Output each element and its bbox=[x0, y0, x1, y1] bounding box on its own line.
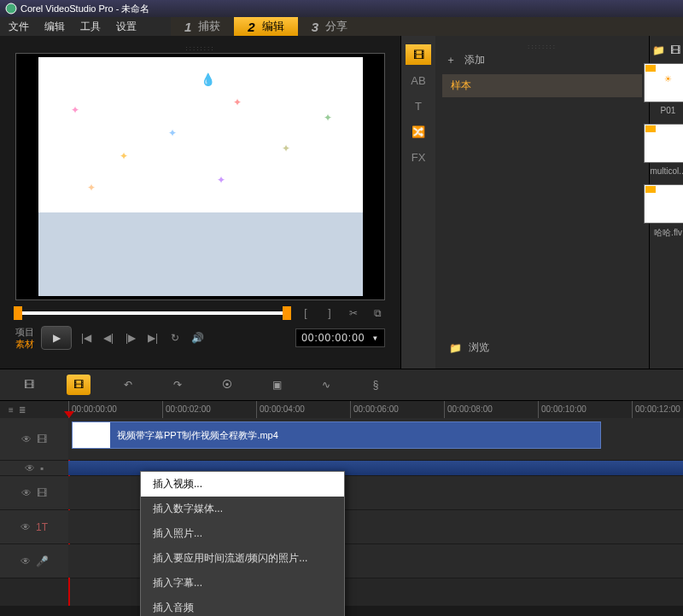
video-track[interactable]: 👁🎞 视频带字幕PPT制作视频全程教学.mp4 bbox=[0, 418, 683, 461]
folder-icon: 📁 bbox=[449, 342, 462, 354]
timeline-toolbar: 🎞 🎞 ↶ ↷ ⦿ ▣ ∿ § bbox=[0, 369, 683, 401]
thumb-multicol[interactable]: multicol... bbox=[644, 124, 684, 176]
context-item[interactable]: 插入音频 bbox=[141, 596, 344, 616]
timeline-view-button[interactable]: 🎞 bbox=[67, 375, 90, 395]
context-item[interactable]: 插入数字媒体... bbox=[141, 497, 344, 521]
film-icon: 🎞 bbox=[37, 433, 47, 445]
context-menu: 插入视频...插入数字媒体...插入照片...插入要应用时间流逝/频闪的照片..… bbox=[140, 471, 345, 616]
home-button[interactable]: |◀ bbox=[79, 330, 94, 346]
film-icon[interactable]: 🎞 bbox=[670, 44, 680, 56]
title-bar: Corel VideoStudio Pro - 未命名 bbox=[0, 0, 683, 17]
thumbnail-list: ☀P01 multicol... FLV哈哈.flv bbox=[644, 63, 684, 239]
expand-icon[interactable]: ⧉ bbox=[370, 305, 385, 321]
menu-tools[interactable]: 工具 bbox=[80, 20, 101, 34]
context-item[interactable]: 插入视频... bbox=[141, 472, 344, 497]
cut-icon[interactable]: ✂ bbox=[346, 305, 361, 321]
step-capture[interactable]: 1捕获 bbox=[171, 17, 234, 36]
eye-icon[interactable]: 👁 bbox=[21, 487, 32, 499]
repeat-button[interactable]: ↻ bbox=[167, 330, 183, 346]
end-button[interactable]: ▶| bbox=[145, 330, 161, 346]
video-clip[interactable]: 视频带字幕PPT制作视频全程教学.mp4 bbox=[72, 421, 601, 449]
add-category[interactable]: ＋添加 bbox=[442, 49, 642, 71]
record-button[interactable]: ⦿ bbox=[215, 375, 239, 395]
mark-in-button[interactable]: [ bbox=[298, 305, 313, 321]
thumb-flv[interactable]: FLV哈哈.flv bbox=[644, 184, 684, 239]
next-frame-button[interactable]: |▶ bbox=[123, 330, 138, 346]
svg-point-0 bbox=[6, 3, 16, 14]
menu-file[interactable]: 文件 bbox=[9, 20, 29, 34]
preview-canvas: 💧 ✦ ✦ ✦ ✦ ✦ ✦ ✦ ✦ bbox=[38, 57, 363, 296]
mark-out-button[interactable]: ] bbox=[322, 305, 337, 321]
title-icon: 1T bbox=[36, 521, 48, 533]
context-item[interactable]: 插入字幕... bbox=[141, 571, 344, 596]
eye-icon[interactable]: 👁 bbox=[20, 521, 31, 533]
redo-button[interactable]: ↷ bbox=[166, 375, 190, 395]
film-icon: 🎞 bbox=[37, 487, 47, 499]
window-title: Corel VideoStudio Pro - 未命名 bbox=[20, 3, 149, 15]
timecode-display[interactable]: 00:00:00:00 ▾ bbox=[295, 328, 385, 347]
batch-button[interactable]: § bbox=[364, 375, 388, 395]
lib-title-icon[interactable]: T bbox=[406, 96, 431, 116]
mark-in-handle[interactable] bbox=[14, 306, 22, 320]
lib-fx-icon[interactable]: FX bbox=[406, 147, 431, 167]
audio-mix-button[interactable]: ∿ bbox=[314, 375, 338, 395]
panel-grip[interactable]: :::::::: bbox=[442, 43, 642, 49]
play-button[interactable]: ▶ bbox=[41, 326, 72, 350]
preview-screen: 💧 ✦ ✦ ✦ ✦ ✦ ✦ ✦ ✦ bbox=[15, 53, 385, 300]
folder-icon[interactable]: 📁 bbox=[652, 44, 665, 56]
snapshot-button[interactable]: ▣ bbox=[265, 375, 289, 395]
app-icon bbox=[5, 3, 17, 15]
eye-icon[interactable]: 👁 bbox=[20, 555, 31, 567]
category-sample[interactable]: 样本 bbox=[442, 74, 642, 97]
raindrop-icon: 💧 bbox=[201, 73, 215, 86]
thumb-p01[interactable]: ☀P01 bbox=[644, 63, 684, 115]
prev-frame-button[interactable]: ◀| bbox=[101, 330, 116, 346]
browse-button[interactable]: 📁浏览 bbox=[442, 334, 642, 362]
mic-icon: 🎤 bbox=[36, 555, 49, 567]
bars-icon[interactable]: ≣ bbox=[19, 405, 26, 415]
library-grid bbox=[442, 104, 642, 334]
library-tabs: 🎞 AB T 🔀 FX bbox=[401, 36, 435, 369]
library-panel: 🎞 AB T 🔀 FX :::::::: ＋添加 样本 📁浏览 bbox=[401, 36, 649, 369]
seek-bar[interactable]: [ ] ✂ ⧉ bbox=[15, 305, 385, 321]
eye-icon[interactable]: 👁 bbox=[25, 462, 35, 474]
step-tabs: 1捕获 2编辑 3分享 bbox=[171, 17, 683, 36]
context-item[interactable]: 插入要应用时间流逝/频闪的照片... bbox=[141, 546, 344, 571]
panel-grip[interactable]: :::::::: bbox=[7, 44, 394, 51]
lib-transition-icon[interactable]: 🔀 bbox=[406, 121, 431, 142]
step-edit[interactable]: 2编辑 bbox=[234, 17, 297, 36]
lib-ab-icon[interactable]: AB bbox=[406, 70, 431, 90]
overlay-icon: ▪ bbox=[40, 462, 44, 474]
undo-button[interactable]: ↶ bbox=[116, 375, 140, 395]
mark-out-handle[interactable] bbox=[283, 306, 291, 320]
step-share[interactable]: 3分享 bbox=[298, 17, 361, 36]
storyboard-view-button[interactable]: 🎞 bbox=[17, 375, 41, 395]
volume-button[interactable]: 🔊 bbox=[190, 330, 205, 346]
eye-icon[interactable]: 👁 bbox=[21, 433, 32, 445]
preview-panel: :::::::: 💧 ✦ ✦ ✦ ✦ ✦ ✦ ✦ ✦ [ ] bbox=[0, 36, 401, 369]
menu-settings[interactable]: 设置 bbox=[116, 20, 137, 34]
timeline-ruler[interactable]: ≡ ≣ 00:00:00:0000:00:02:0000:00:04:0000:… bbox=[0, 401, 683, 418]
plus-icon: ＋ bbox=[446, 53, 456, 67]
context-item[interactable]: 插入照片... bbox=[141, 521, 344, 546]
playback-mode[interactable]: 项目 素材 bbox=[15, 326, 34, 350]
list-icon[interactable]: ≡ bbox=[9, 405, 14, 415]
menu-edit[interactable]: 编辑 bbox=[44, 20, 65, 34]
thumbnails-strip: 📁🎞 ☀P01 multicol... FLV哈哈.flv bbox=[649, 36, 683, 369]
lib-media-icon[interactable]: 🎞 bbox=[406, 44, 431, 65]
